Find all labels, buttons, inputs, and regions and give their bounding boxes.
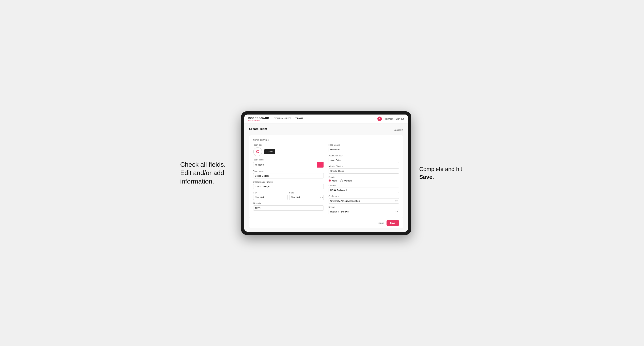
team-name-section: Team name bbox=[253, 170, 324, 178]
assistant-coach-input[interactable] bbox=[328, 158, 399, 163]
form-footer: Cancel Save bbox=[249, 218, 403, 228]
nav-logo: SCOREBOARD Powered by clippd bbox=[248, 117, 270, 121]
instruction-left: Check all fields. Edit and/or add inform… bbox=[180, 161, 233, 186]
logo-circle: C bbox=[253, 147, 262, 156]
tablet-screen: SCOREBOARD Powered by clippd TOURNAMENTS… bbox=[244, 115, 408, 232]
head-coach-input[interactable] bbox=[328, 147, 399, 152]
gender-womens-option[interactable]: Womens bbox=[340, 179, 352, 182]
gender-section: Gender Mens Womens bbox=[328, 176, 399, 182]
footer-save-button[interactable]: Save bbox=[386, 220, 399, 226]
nav-right: T Test User | Sign out bbox=[378, 117, 404, 121]
colour-row bbox=[253, 162, 324, 168]
gender-radio-group: Mens Womens bbox=[328, 179, 399, 182]
sign-out-link[interactable]: Sign out bbox=[396, 118, 404, 120]
city-label: City bbox=[253, 192, 288, 194]
section-label: TEAM DETAILS bbox=[253, 139, 399, 141]
nav-logo-title: SCOREBOARD bbox=[248, 117, 270, 120]
page-wrapper: Check all fields. Edit and/or add inform… bbox=[180, 111, 464, 235]
avatar-initials: T bbox=[379, 118, 380, 120]
athletic-director-label: Athletic Director bbox=[328, 165, 399, 168]
display-name-label: Display name (unique) bbox=[253, 181, 324, 183]
nav-links: TOURNAMENTS TEAMS bbox=[274, 117, 377, 120]
division-label: Division bbox=[328, 184, 399, 187]
state-label: State bbox=[289, 192, 324, 194]
team-name-input[interactable] bbox=[253, 173, 324, 178]
team-colour-section: Team colour bbox=[253, 159, 324, 168]
form-grid: Team logo C Upload Team colo bbox=[253, 144, 399, 214]
tablet-frame: SCOREBOARD Powered by clippd TOURNAMENTS… bbox=[241, 111, 411, 235]
instruction-left-text: Check all fields. Edit and/or add inform… bbox=[180, 161, 226, 185]
state-select-wrapper: New York ✕ ▾ bbox=[289, 195, 324, 200]
head-coach-section: Head Coach bbox=[328, 144, 399, 152]
conference-select[interactable]: University Athletic Association bbox=[328, 198, 399, 203]
nav-avatar: T bbox=[378, 117, 382, 121]
assistant-coach-label: Assistant Coach bbox=[328, 155, 399, 157]
city-state-row: City State New York bbox=[253, 192, 324, 200]
colour-input[interactable] bbox=[253, 162, 317, 167]
region-section: Region Region II - (M) DIII ✕ ▾ bbox=[328, 206, 399, 214]
page-header: Create Team Cancel ✕ bbox=[249, 127, 403, 133]
instruction-right-text1: Complete and hit bbox=[419, 166, 462, 172]
nav-logo-sub: Powered by clippd bbox=[248, 120, 270, 121]
instruction-right: Complete and hit Save. bbox=[419, 165, 464, 181]
zip-label: Zip code bbox=[253, 202, 324, 204]
left-column: Team logo C Upload Team colo bbox=[253, 144, 324, 214]
display-name-input[interactable] bbox=[253, 184, 324, 189]
content-area: Create Team Cancel ✕ TEAM DETAILS Team bbox=[244, 123, 408, 232]
team-logo-label: Team logo bbox=[253, 144, 324, 146]
nav-link-teams[interactable]: TEAMS bbox=[295, 117, 303, 120]
head-coach-label: Head Coach bbox=[328, 144, 399, 146]
conference-select-wrapper: University Athletic Association ✕ ▾ bbox=[328, 198, 399, 203]
display-name-section: Display name (unique) bbox=[253, 181, 324, 189]
gender-mens-option[interactable]: Mens bbox=[328, 179, 338, 182]
page-title: Create Team bbox=[249, 127, 267, 131]
gender-mens-radio[interactable] bbox=[328, 179, 331, 182]
nav-user-label: Test User | bbox=[384, 118, 394, 120]
right-column: Head Coach Assistant Coach Athletic Dire… bbox=[328, 144, 399, 214]
region-label: Region bbox=[328, 206, 399, 208]
nav-link-tournaments[interactable]: TOURNAMENTS bbox=[274, 117, 291, 120]
footer-cancel-button[interactable]: Cancel bbox=[378, 222, 384, 224]
athletic-director-section: Athletic Director bbox=[328, 165, 399, 173]
team-logo-section: Team logo C Upload bbox=[253, 144, 324, 156]
zip-input[interactable] bbox=[253, 205, 324, 211]
state-select[interactable]: New York bbox=[289, 195, 324, 200]
state-section: State New York ✕ ▾ bbox=[289, 192, 324, 200]
instruction-right-text2: . bbox=[432, 174, 434, 180]
logo-upload-row: C Upload bbox=[253, 147, 324, 156]
logo-letter: C bbox=[256, 149, 259, 154]
conference-label: Conference bbox=[328, 195, 399, 197]
conference-section: Conference University Athletic Associati… bbox=[328, 195, 399, 203]
gender-womens-label: Womens bbox=[344, 179, 352, 182]
region-select[interactable]: Region II - (M) DIII bbox=[328, 209, 399, 214]
division-section: Division NCAA Division III bbox=[328, 184, 399, 193]
upload-button[interactable]: Upload bbox=[264, 149, 276, 154]
cancel-top-button[interactable]: Cancel ✕ bbox=[394, 129, 403, 131]
gender-mens-label: Mens bbox=[332, 179, 338, 182]
gender-label: Gender bbox=[328, 176, 399, 178]
division-select[interactable]: NCAA Division III bbox=[328, 187, 399, 193]
division-select-wrapper: NCAA Division III bbox=[328, 187, 399, 193]
form-card: TEAM DETAILS Team logo C bbox=[249, 135, 403, 218]
gender-womens-radio[interactable] bbox=[340, 179, 343, 182]
instruction-right-bold: Save bbox=[419, 174, 432, 180]
assistant-coach-section: Assistant Coach bbox=[328, 155, 399, 163]
city-section: City bbox=[253, 192, 288, 200]
team-colour-label: Team colour bbox=[253, 159, 324, 161]
city-input[interactable] bbox=[253, 195, 288, 200]
athletic-director-input[interactable] bbox=[328, 168, 399, 173]
colour-swatch[interactable] bbox=[317, 162, 324, 168]
region-select-wrapper: Region II - (M) DIII ✕ ▾ bbox=[328, 209, 399, 214]
nav-bar: SCOREBOARD Powered by clippd TOURNAMENTS… bbox=[244, 115, 408, 123]
team-name-label: Team name bbox=[253, 170, 324, 173]
zip-section: Zip code bbox=[253, 202, 324, 211]
